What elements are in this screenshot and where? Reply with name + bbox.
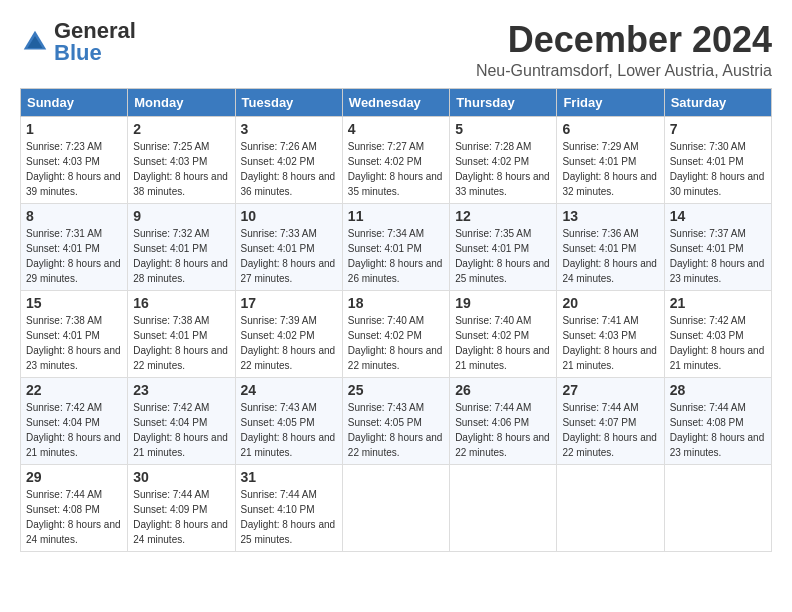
day-info: Sunrise: 7:43 AMSunset: 4:05 PMDaylight:…	[348, 402, 443, 458]
day-info: Sunrise: 7:23 AMSunset: 4:03 PMDaylight:…	[26, 141, 121, 197]
day-number: 16	[133, 295, 229, 311]
day-number: 20	[562, 295, 658, 311]
day-info: Sunrise: 7:31 AMSunset: 4:01 PMDaylight:…	[26, 228, 121, 284]
day-info: Sunrise: 7:42 AMSunset: 4:04 PMDaylight:…	[26, 402, 121, 458]
calendar-day-cell: 7 Sunrise: 7:30 AMSunset: 4:01 PMDayligh…	[664, 116, 771, 203]
calendar-day-cell	[557, 464, 664, 551]
calendar-day-cell: 8 Sunrise: 7:31 AMSunset: 4:01 PMDayligh…	[21, 203, 128, 290]
day-number: 2	[133, 121, 229, 137]
day-number: 27	[562, 382, 658, 398]
month-title: December 2024	[476, 20, 772, 60]
calendar-day-cell: 20 Sunrise: 7:41 AMSunset: 4:03 PMDaylig…	[557, 290, 664, 377]
weekday-header-row: SundayMondayTuesdayWednesdayThursdayFrid…	[21, 88, 772, 116]
calendar-week-row: 8 Sunrise: 7:31 AMSunset: 4:01 PMDayligh…	[21, 203, 772, 290]
day-info: Sunrise: 7:30 AMSunset: 4:01 PMDaylight:…	[670, 141, 765, 197]
calendar-day-cell: 24 Sunrise: 7:43 AMSunset: 4:05 PMDaylig…	[235, 377, 342, 464]
logo-icon	[20, 27, 50, 57]
weekday-header: Sunday	[21, 88, 128, 116]
calendar-day-cell: 21 Sunrise: 7:42 AMSunset: 4:03 PMDaylig…	[664, 290, 771, 377]
day-info: Sunrise: 7:26 AMSunset: 4:02 PMDaylight:…	[241, 141, 336, 197]
day-number: 9	[133, 208, 229, 224]
calendar-day-cell: 14 Sunrise: 7:37 AMSunset: 4:01 PMDaylig…	[664, 203, 771, 290]
day-number: 14	[670, 208, 766, 224]
calendar-day-cell: 15 Sunrise: 7:38 AMSunset: 4:01 PMDaylig…	[21, 290, 128, 377]
calendar-week-row: 1 Sunrise: 7:23 AMSunset: 4:03 PMDayligh…	[21, 116, 772, 203]
calendar-day-cell: 10 Sunrise: 7:33 AMSunset: 4:01 PMDaylig…	[235, 203, 342, 290]
day-number: 30	[133, 469, 229, 485]
day-number: 26	[455, 382, 551, 398]
day-number: 7	[670, 121, 766, 137]
day-info: Sunrise: 7:42 AMSunset: 4:03 PMDaylight:…	[670, 315, 765, 371]
day-number: 23	[133, 382, 229, 398]
day-number: 28	[670, 382, 766, 398]
calendar-day-cell: 22 Sunrise: 7:42 AMSunset: 4:04 PMDaylig…	[21, 377, 128, 464]
calendar-day-cell: 26 Sunrise: 7:44 AMSunset: 4:06 PMDaylig…	[450, 377, 557, 464]
calendar-week-row: 15 Sunrise: 7:38 AMSunset: 4:01 PMDaylig…	[21, 290, 772, 377]
calendar-day-cell: 29 Sunrise: 7:44 AMSunset: 4:08 PMDaylig…	[21, 464, 128, 551]
calendar-day-cell	[450, 464, 557, 551]
calendar-day-cell: 16 Sunrise: 7:38 AMSunset: 4:01 PMDaylig…	[128, 290, 235, 377]
logo-text: General Blue	[54, 20, 136, 64]
day-number: 21	[670, 295, 766, 311]
page-header: General Blue December 2024 Neu-Guntramsd…	[20, 20, 772, 80]
day-number: 22	[26, 382, 122, 398]
day-info: Sunrise: 7:44 AMSunset: 4:10 PMDaylight:…	[241, 489, 336, 545]
day-number: 11	[348, 208, 444, 224]
weekday-header: Tuesday	[235, 88, 342, 116]
calendar-day-cell: 30 Sunrise: 7:44 AMSunset: 4:09 PMDaylig…	[128, 464, 235, 551]
calendar-day-cell: 25 Sunrise: 7:43 AMSunset: 4:05 PMDaylig…	[342, 377, 449, 464]
day-number: 18	[348, 295, 444, 311]
calendar-table: SundayMondayTuesdayWednesdayThursdayFrid…	[20, 88, 772, 552]
day-number: 13	[562, 208, 658, 224]
day-number: 5	[455, 121, 551, 137]
calendar-day-cell: 5 Sunrise: 7:28 AMSunset: 4:02 PMDayligh…	[450, 116, 557, 203]
day-info: Sunrise: 7:44 AMSunset: 4:06 PMDaylight:…	[455, 402, 550, 458]
day-info: Sunrise: 7:34 AMSunset: 4:01 PMDaylight:…	[348, 228, 443, 284]
day-info: Sunrise: 7:32 AMSunset: 4:01 PMDaylight:…	[133, 228, 228, 284]
weekday-header: Monday	[128, 88, 235, 116]
calendar-day-cell: 17 Sunrise: 7:39 AMSunset: 4:02 PMDaylig…	[235, 290, 342, 377]
calendar-day-cell: 2 Sunrise: 7:25 AMSunset: 4:03 PMDayligh…	[128, 116, 235, 203]
day-number: 17	[241, 295, 337, 311]
location-subtitle: Neu-Guntramsdorf, Lower Austria, Austria	[476, 62, 772, 80]
day-number: 29	[26, 469, 122, 485]
day-info: Sunrise: 7:29 AMSunset: 4:01 PMDaylight:…	[562, 141, 657, 197]
weekday-header: Friday	[557, 88, 664, 116]
day-number: 25	[348, 382, 444, 398]
calendar-day-cell: 12 Sunrise: 7:35 AMSunset: 4:01 PMDaylig…	[450, 203, 557, 290]
calendar-day-cell: 9 Sunrise: 7:32 AMSunset: 4:01 PMDayligh…	[128, 203, 235, 290]
day-number: 1	[26, 121, 122, 137]
day-info: Sunrise: 7:41 AMSunset: 4:03 PMDaylight:…	[562, 315, 657, 371]
day-number: 31	[241, 469, 337, 485]
day-number: 3	[241, 121, 337, 137]
calendar-day-cell: 18 Sunrise: 7:40 AMSunset: 4:02 PMDaylig…	[342, 290, 449, 377]
calendar-day-cell: 6 Sunrise: 7:29 AMSunset: 4:01 PMDayligh…	[557, 116, 664, 203]
day-info: Sunrise: 7:40 AMSunset: 4:02 PMDaylight:…	[348, 315, 443, 371]
day-number: 19	[455, 295, 551, 311]
day-info: Sunrise: 7:38 AMSunset: 4:01 PMDaylight:…	[133, 315, 228, 371]
calendar-week-row: 22 Sunrise: 7:42 AMSunset: 4:04 PMDaylig…	[21, 377, 772, 464]
day-info: Sunrise: 7:43 AMSunset: 4:05 PMDaylight:…	[241, 402, 336, 458]
day-info: Sunrise: 7:44 AMSunset: 4:08 PMDaylight:…	[26, 489, 121, 545]
day-info: Sunrise: 7:36 AMSunset: 4:01 PMDaylight:…	[562, 228, 657, 284]
calendar-day-cell: 1 Sunrise: 7:23 AMSunset: 4:03 PMDayligh…	[21, 116, 128, 203]
day-info: Sunrise: 7:39 AMSunset: 4:02 PMDaylight:…	[241, 315, 336, 371]
calendar-week-row: 29 Sunrise: 7:44 AMSunset: 4:08 PMDaylig…	[21, 464, 772, 551]
day-number: 8	[26, 208, 122, 224]
day-number: 4	[348, 121, 444, 137]
day-number: 24	[241, 382, 337, 398]
day-number: 6	[562, 121, 658, 137]
day-number: 12	[455, 208, 551, 224]
day-info: Sunrise: 7:38 AMSunset: 4:01 PMDaylight:…	[26, 315, 121, 371]
calendar-day-cell: 31 Sunrise: 7:44 AMSunset: 4:10 PMDaylig…	[235, 464, 342, 551]
day-info: Sunrise: 7:42 AMSunset: 4:04 PMDaylight:…	[133, 402, 228, 458]
calendar-day-cell: 4 Sunrise: 7:27 AMSunset: 4:02 PMDayligh…	[342, 116, 449, 203]
day-info: Sunrise: 7:35 AMSunset: 4:01 PMDaylight:…	[455, 228, 550, 284]
logo: General Blue	[20, 20, 136, 64]
weekday-header: Saturday	[664, 88, 771, 116]
day-info: Sunrise: 7:44 AMSunset: 4:08 PMDaylight:…	[670, 402, 765, 458]
calendar-day-cell: 3 Sunrise: 7:26 AMSunset: 4:02 PMDayligh…	[235, 116, 342, 203]
day-number: 10	[241, 208, 337, 224]
day-info: Sunrise: 7:27 AMSunset: 4:02 PMDaylight:…	[348, 141, 443, 197]
weekday-header: Wednesday	[342, 88, 449, 116]
